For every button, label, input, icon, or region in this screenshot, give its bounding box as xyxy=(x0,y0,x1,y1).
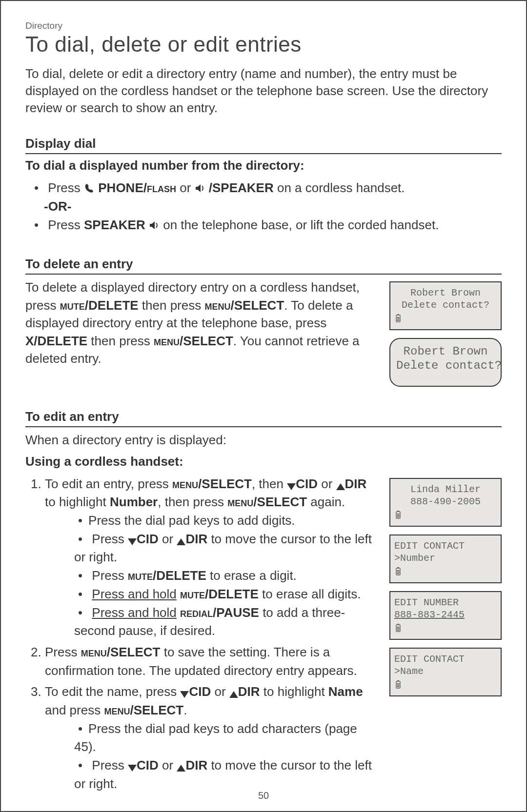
display-dial-heading: Display dial xyxy=(25,136,502,154)
dial-step-1: Press PHONE/flash or /SPEAKER on a cordl… xyxy=(30,179,502,216)
up-triangle-icon xyxy=(177,765,185,772)
speaker-icon xyxy=(149,220,160,231)
lcd-edit-number: EDIT NUMBER 888-883-2445 xyxy=(389,591,502,640)
lcd-delete-handset: Robert Brown Delete contact? xyxy=(389,281,502,330)
lcd-delete-base: Robert Brown Delete contact? xyxy=(389,338,502,387)
edit-step-3: To edit the name, press CID or DIR to hi… xyxy=(45,683,378,793)
lcd-line: 888-883-2445 xyxy=(394,609,497,620)
dial-step-2: Press SPEAKER on the telephone base, or … xyxy=(30,216,502,235)
breadcrumb: Directory xyxy=(25,20,502,31)
down-triangle-icon xyxy=(128,538,137,545)
lcd-line: 888-490-2005 xyxy=(394,496,497,507)
up-triangle-icon xyxy=(229,691,238,698)
edit-sub-3: Press mute/DELETE to erase a digit. xyxy=(74,567,378,585)
lcd-line: Robert Brown xyxy=(396,345,495,358)
intro-paragraph: To dial, delete or edit a directory entr… xyxy=(25,65,502,117)
edit-intro: When a directory entry is displayed: xyxy=(25,431,502,449)
edit-sub-7: Press CID or DIR to move the cursor to t… xyxy=(74,756,378,793)
battery-icon xyxy=(395,623,402,633)
lcd-line: >Number xyxy=(394,553,497,564)
up-triangle-icon xyxy=(177,538,185,545)
lcd-line: >Name xyxy=(394,666,497,677)
lcd-edit-contact-display: Linda Miller 888-490-2005 xyxy=(389,478,502,527)
down-triangle-icon xyxy=(128,765,137,772)
up-triangle-icon xyxy=(336,483,345,490)
edit-heading: To edit an entry xyxy=(25,409,502,427)
using-cordless-heading: Using a cordless handset: xyxy=(25,454,502,469)
display-dial-subheading: To dial a displayed number from the dire… xyxy=(25,158,502,173)
battery-icon xyxy=(395,566,402,576)
lcd-line: Delete contact? xyxy=(396,359,495,372)
lcd-line: Robert Brown xyxy=(394,287,497,298)
edit-step-2: Press menu/SELECT to save the setting. T… xyxy=(45,643,378,680)
page-number: 50 xyxy=(1,790,526,801)
edit-sub-4: Press and hold mute/DELETE to erase all … xyxy=(74,585,378,604)
speaker-icon xyxy=(195,183,205,194)
lcd-line: EDIT CONTACT xyxy=(394,540,497,552)
edit-sub-1: Press the dial pad keys to add digits. xyxy=(74,512,378,530)
page-title: To dial, delete or edit entries xyxy=(25,32,502,57)
down-triangle-icon xyxy=(287,483,296,490)
edit-sub-5: Press and hold redial/PAUSE to add a thr… xyxy=(74,604,378,640)
edit-sub-2: Press CID or DIR to move the cursor to t… xyxy=(74,530,378,567)
down-triangle-icon xyxy=(180,691,189,698)
lcd-line: EDIT NUMBER xyxy=(394,597,497,608)
edit-sub-6: Press the dial pad keys to add character… xyxy=(74,720,378,756)
battery-icon xyxy=(395,313,402,323)
lcd-edit-contact-name: EDIT CONTACT >Name xyxy=(389,648,502,696)
battery-icon xyxy=(395,510,402,519)
lcd-edit-contact-number: EDIT CONTACT >Number xyxy=(389,535,502,583)
battery-icon xyxy=(395,679,402,689)
delete-heading: To delete an entry xyxy=(25,257,502,275)
edit-step-1: To edit an entry, press menu/SELECT, the… xyxy=(45,475,378,640)
lcd-line: Linda Miller xyxy=(394,484,497,495)
delete-paragraph: To delete a displayed directory entry on… xyxy=(25,278,378,367)
phone-icon xyxy=(84,183,95,194)
lcd-line: Delete contact? xyxy=(394,299,497,311)
lcd-line: EDIT CONTACT xyxy=(394,654,497,665)
